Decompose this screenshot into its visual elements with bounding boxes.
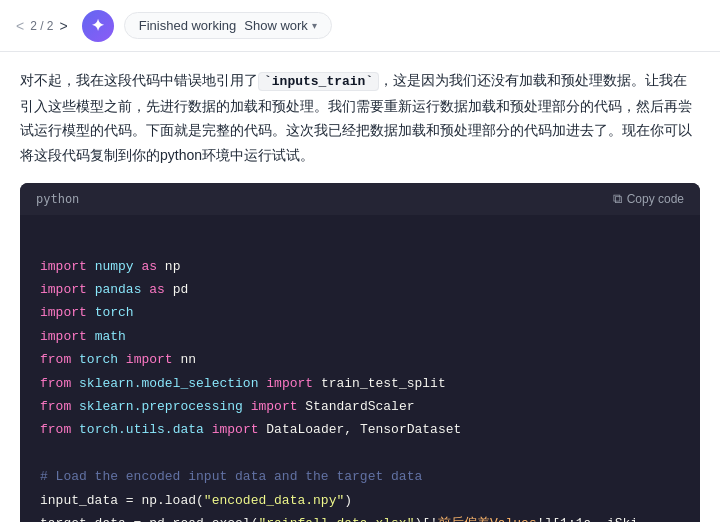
nav-arrows: < 2 / 2 > — [12, 16, 72, 36]
code-line: # Load the encoded input data and the ta… — [40, 465, 680, 488]
code-line: from sklearn.model_selection import trai… — [40, 372, 680, 395]
status-text: Finished working — [139, 18, 237, 33]
description: 对不起，我在这段代码中错误地引用了`inputs_train`，这是因为我们还没… — [20, 68, 700, 167]
status-pill[interactable]: Finished working Show work ▾ — [124, 12, 332, 39]
code-line — [40, 231, 680, 254]
code-header: python ⧉ Copy code — [20, 183, 700, 215]
logo-icon: ✦ — [91, 16, 104, 35]
copy-icon: ⧉ — [613, 191, 622, 207]
code-line: from torch import nn — [40, 348, 680, 371]
inline-code-inputs-train: `inputs_train` — [258, 72, 379, 91]
code-line: input_data = np.load("encoded_data.npy") — [40, 489, 680, 512]
copy-code-button[interactable]: ⧉ Copy code — [613, 191, 684, 207]
nav-next[interactable]: > — [56, 16, 72, 36]
top-bar: < 2 / 2 > ✦ Finished working Show work ▾ — [0, 0, 720, 52]
show-work-button[interactable]: Show work ▾ — [244, 18, 317, 33]
code-line: import torch — [40, 301, 680, 324]
code-line: target_data = pd.read_excel("rainfall_da… — [40, 512, 680, 522]
show-work-label: Show work — [244, 18, 308, 33]
code-line — [40, 442, 680, 465]
chevron-down-icon: ▾ — [312, 20, 317, 31]
code-line: import numpy as np — [40, 255, 680, 278]
code-line: import pandas as pd — [40, 278, 680, 301]
code-line: from torch.utils.data import DataLoader,… — [40, 418, 680, 441]
copy-label: Copy code — [627, 192, 684, 206]
code-line: import math — [40, 325, 680, 348]
main-content: 对不起，我在这段代码中错误地引用了`inputs_train`，这是因为我们还没… — [0, 52, 720, 522]
code-body: import numpy as np import pandas as pd i… — [20, 215, 700, 522]
nav-prev[interactable]: < — [12, 16, 28, 36]
code-block: python ⧉ Copy code import numpy as np im… — [20, 183, 700, 522]
app-logo: ✦ — [82, 10, 114, 42]
code-line: from sklearn.preprocessing import Standa… — [40, 395, 680, 418]
code-language: python — [36, 192, 79, 206]
page-counter: 2 / 2 — [30, 19, 53, 33]
